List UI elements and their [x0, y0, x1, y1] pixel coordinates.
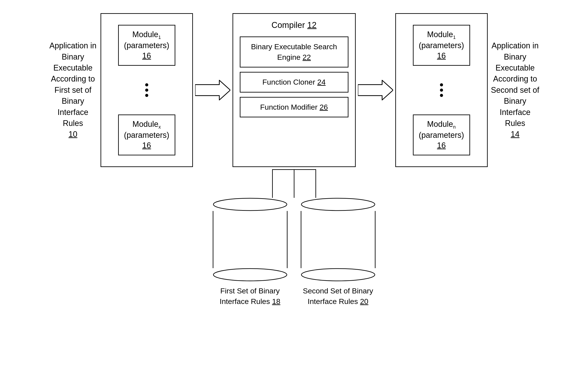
left-arrow-container: [193, 13, 233, 167]
modulex-num: 16: [142, 141, 151, 150]
right-app-label: Application inBinaryExecutableAccording …: [490, 40, 541, 140]
dot-r3: [440, 94, 443, 97]
svg-marker-1: [358, 80, 393, 100]
modulen-num: 16: [437, 141, 446, 150]
dot-r2: [440, 89, 443, 92]
module-right1-num: 16: [437, 51, 446, 60]
cylinder1: [213, 198, 288, 281]
bottom-section: First Set of BinaryInterface Rules 18: [212, 169, 376, 307]
compiler-num: 12: [307, 20, 316, 30]
cylinder1-wrap: First Set of BinaryInterface Rules 18: [213, 198, 288, 307]
cyl2-body: [301, 211, 376, 268]
diagram-container: Application inBinaryExecutableAccording …: [0, 0, 588, 391]
right-dots: [440, 66, 443, 114]
db1-num: 18: [272, 297, 281, 305]
function-cloner-num: 24: [317, 78, 325, 86]
right-app-num: 14: [511, 130, 519, 139]
connector-lines: [212, 169, 376, 198]
dot1: [145, 83, 148, 86]
svg-point-2: [213, 198, 287, 210]
modulex-box: Modulex(parameters) 16: [118, 114, 175, 155]
left-arrow-icon: [195, 79, 230, 101]
module1-title: Module1(parameters) 16: [123, 29, 170, 61]
left-app-num: 10: [68, 130, 77, 139]
search-engine-box: Binary Executable SearchEngine 22: [240, 36, 348, 68]
h-connector: [272, 169, 316, 170]
cyl2-top-ellipse: [301, 198, 376, 211]
dot-r1: [440, 83, 443, 86]
cyl1-body: [213, 211, 288, 268]
dot2: [145, 89, 148, 92]
cylinder2-wrap: Second Set of BinaryInterface Rules 20: [301, 198, 376, 307]
cyl1-bottom-ellipse: [213, 268, 288, 281]
svg-point-5: [301, 269, 375, 281]
modulex-title: Modulex(parameters) 16: [123, 119, 170, 151]
right-outer-box: Module1(parameters) 16 Modulen(paramete: [395, 13, 488, 167]
svg-point-4: [301, 198, 375, 210]
cyl1-top-ellipse: [213, 198, 288, 211]
svg-marker-0: [195, 80, 230, 100]
cylinder1-label: First Set of BinaryInterface Rules 18: [215, 286, 285, 307]
function-modifier-num: 26: [320, 103, 328, 111]
svg-point-3: [213, 269, 287, 281]
cyl2-bottom-ellipse: [301, 268, 376, 281]
function-modifier-box: Function Modifier 26: [240, 97, 348, 118]
right-arrow-container: [356, 13, 395, 167]
function-cloner-text: Function Cloner 24: [244, 77, 344, 88]
cylinders-row: First Set of BinaryInterface Rules 18: [213, 198, 376, 307]
right-side: Module1(parameters) 16 Modulen(paramete: [395, 13, 541, 167]
center-vert-line: [294, 169, 294, 198]
left-outer-box: Module1(parameters) 16 Modulex(paramete: [101, 13, 193, 167]
modulen-box: Modulen(parameters) 16: [413, 114, 470, 155]
right-arrow-icon: [358, 79, 393, 101]
module-right1-box: Module1(parameters) 16: [413, 25, 470, 66]
cylinder2-label: Second Set of BinaryInterface Rules 20: [303, 286, 373, 307]
right-box-inner: Module1(parameters) 16 Modulen(paramete: [413, 20, 470, 160]
search-engine-text: Binary Executable SearchEngine 22: [244, 42, 344, 62]
compiler-title: Compiler 12: [272, 20, 316, 30]
compiler-box: Compiler 12 Binary Executable SearchEngi…: [233, 13, 356, 167]
left-side: Application inBinaryExecutableAccording …: [48, 13, 193, 167]
function-cloner-box: Function Cloner 24: [240, 72, 348, 93]
cylinder2: [301, 198, 376, 281]
dot3: [145, 94, 148, 97]
function-modifier-text: Function Modifier 26: [244, 102, 344, 112]
module-right1-title: Module1(parameters) 16: [418, 29, 465, 61]
top-row: Application inBinaryExecutableAccording …: [0, 13, 588, 167]
left-dots: [145, 66, 148, 114]
left-vert-line: [272, 169, 273, 198]
db2-num: 20: [360, 297, 368, 305]
search-engine-num: 22: [302, 53, 311, 61]
left-box-inner: Module1(parameters) 16 Modulex(paramete: [118, 20, 175, 160]
module1-box: Module1(parameters) 16: [118, 25, 175, 66]
module1-num: 16: [142, 51, 151, 60]
modulen-title: Modulen(parameters) 16: [418, 119, 465, 151]
right-vert-line: [315, 169, 316, 198]
left-app-label: Application inBinaryExecutableAccording …: [48, 40, 98, 140]
